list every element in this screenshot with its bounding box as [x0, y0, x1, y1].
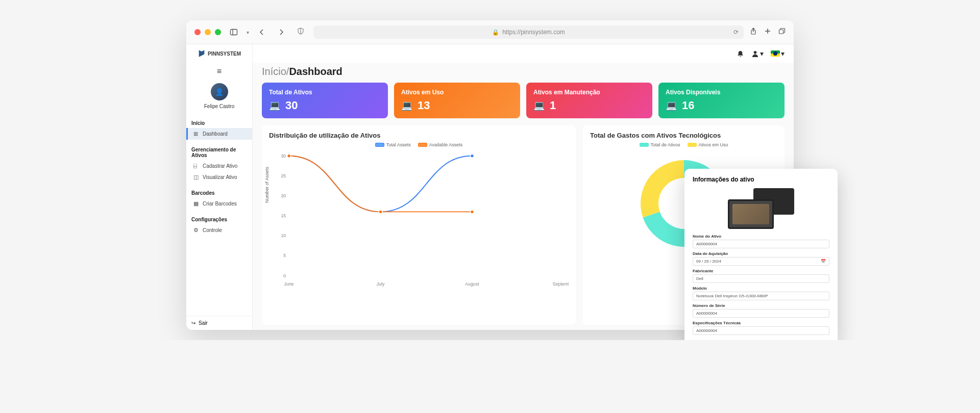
donut-chart-legend: Total de Ativos Ativos em Uso	[590, 142, 777, 147]
svg-text:15: 15	[281, 213, 286, 218]
asset-serial-input[interactable]: A00000004	[693, 309, 829, 318]
svg-text:10: 10	[281, 233, 286, 238]
user-menu[interactable]: ▾	[751, 49, 764, 58]
back-button[interactable]	[255, 25, 268, 39]
lock-icon: 🔒	[492, 29, 499, 36]
calendar-icon: 📅	[821, 259, 826, 264]
dashboard-icon: ⊞	[193, 131, 200, 137]
svg-text:30: 30	[281, 153, 286, 159]
svg-text:July: July	[377, 281, 385, 287]
share-icon[interactable]	[750, 28, 757, 37]
sidebar: PINNSYSTEM ≡ 👤 Felipe Castro Início ⊞ Da…	[186, 44, 253, 330]
laptop-icon: 💻	[666, 100, 677, 111]
nav-header-barcodes: Barcodes	[186, 187, 252, 198]
svg-rect-6	[779, 30, 783, 34]
svg-rect-0	[231, 30, 237, 35]
svg-text:June: June	[284, 281, 294, 287]
breadcrumb: Início/Dashboard	[253, 63, 794, 83]
svg-text:August: August	[465, 281, 479, 287]
new-tab-icon[interactable]	[764, 28, 771, 37]
sidebar-item-controle[interactable]: ⚙ Controle	[186, 224, 252, 236]
svg-text:20: 20	[281, 193, 286, 198]
asset-model-input[interactable]: Notebook Dell Inspiron I15-I1300-M80P	[693, 292, 829, 300]
language-menu[interactable]: ▾	[771, 49, 785, 58]
page-title: Dashboard	[289, 66, 342, 77]
svg-point-21	[470, 154, 474, 158]
barcode-icon: ▦	[193, 200, 200, 207]
browser-toolbar: ▾ 🔒 https://pinnsystem.com ⟳	[186, 20, 794, 44]
url-text: https://pinnsystem.com	[502, 29, 565, 36]
minimize-window-icon[interactable]	[205, 29, 211, 35]
line-chart: Number of Assets 051015202530JuneJulyAug…	[269, 149, 569, 292]
card-total-ativos[interactable]: Total de Ativos 💻30	[262, 83, 388, 118]
svg-text:25: 25	[281, 173, 286, 178]
url-bar[interactable]: 🔒 https://pinnsystem.com ⟳	[313, 25, 744, 39]
flag-br-icon	[771, 50, 780, 57]
nav-header-inicio: Início	[186, 117, 252, 128]
laptop-icon: 💻	[269, 100, 280, 111]
svg-text:5: 5	[283, 253, 286, 258]
view-icon: ◫	[193, 174, 200, 180]
sidebar-item-visualizar[interactable]: ◫ Visualizar Ativo	[186, 171, 252, 183]
nav-header-config: Configurações	[186, 214, 252, 224]
logout-icon: ↪	[191, 320, 195, 326]
card-em-uso[interactable]: Ativos em Uso 💻13	[394, 83, 520, 118]
svg-point-22	[287, 154, 291, 158]
avatar: 👤	[211, 83, 228, 100]
line-chart-legend: Total Assets Available Assets	[269, 142, 569, 147]
svg-point-23	[379, 210, 382, 214]
shield-icon[interactable]	[297, 28, 304, 37]
nav-header-gerenciamento: Gerenciamento de Ativos	[186, 144, 252, 160]
logo[interactable]: PINNSYSTEM	[198, 49, 241, 58]
refresh-icon[interactable]: ⟳	[733, 29, 739, 36]
asset-manufacturer-input[interactable]: Dell	[693, 274, 829, 283]
close-window-icon[interactable]	[194, 29, 201, 35]
sidebar-item-dashboard[interactable]: ⊞ Dashboard	[186, 128, 252, 140]
svg-text:0: 0	[283, 273, 286, 278]
stat-cards: Total de Ativos 💻30 Ativos em Uso 💻13 At…	[253, 83, 794, 118]
user-name: Felipe Castro	[186, 104, 252, 109]
svg-point-24	[470, 210, 474, 214]
user-profile[interactable]: 👤 Felipe Castro	[186, 79, 252, 115]
asset-name-input[interactable]: A00000004	[693, 240, 829, 248]
maximize-window-icon[interactable]	[215, 29, 221, 35]
card-disponiveis[interactable]: Ativos Disponíveis 💻16	[658, 83, 785, 118]
card-manutencao[interactable]: Ativos em Manutenção 💻1	[526, 83, 652, 118]
notifications-icon[interactable]	[737, 50, 744, 58]
browser-actions	[750, 28, 786, 37]
svg-text:September: September	[553, 281, 569, 287]
asset-detail-card: Informações do ativo Nome do AtivoA00000…	[684, 169, 838, 340]
sidebar-item-barcodes[interactable]: ▦ Criar Barcodes	[186, 198, 252, 210]
laptop-icon: 💻	[401, 100, 412, 111]
logout-button[interactable]: ↪ Sair	[186, 316, 252, 330]
chevron-down-icon[interactable]: ▾	[247, 30, 249, 35]
sidebar-toggle-icon[interactable]	[227, 25, 240, 39]
asset-date-input[interactable]: 09 / 28 / 2024📅	[693, 257, 829, 266]
product-image	[728, 188, 794, 229]
laptop-icon: 💻	[533, 100, 545, 111]
register-icon: ⌸	[193, 163, 200, 169]
tabs-icon[interactable]	[778, 28, 786, 37]
svg-point-7	[754, 50, 757, 54]
line-chart-panel: Distribuição de utilização de Ativos Tot…	[262, 125, 576, 325]
hamburger-icon[interactable]: ≡	[186, 64, 252, 79]
detail-title: Informações do ativo	[693, 176, 829, 183]
asset-spec-input[interactable]: A00000004	[693, 326, 829, 335]
forward-button[interactable]	[275, 25, 288, 39]
window-controls	[194, 29, 221, 35]
gear-icon: ⚙	[193, 227, 200, 234]
sidebar-item-cadastrar[interactable]: ⌸ Cadastrar Ativo	[186, 160, 252, 171]
topbar: ▾ ▾	[253, 44, 794, 63]
